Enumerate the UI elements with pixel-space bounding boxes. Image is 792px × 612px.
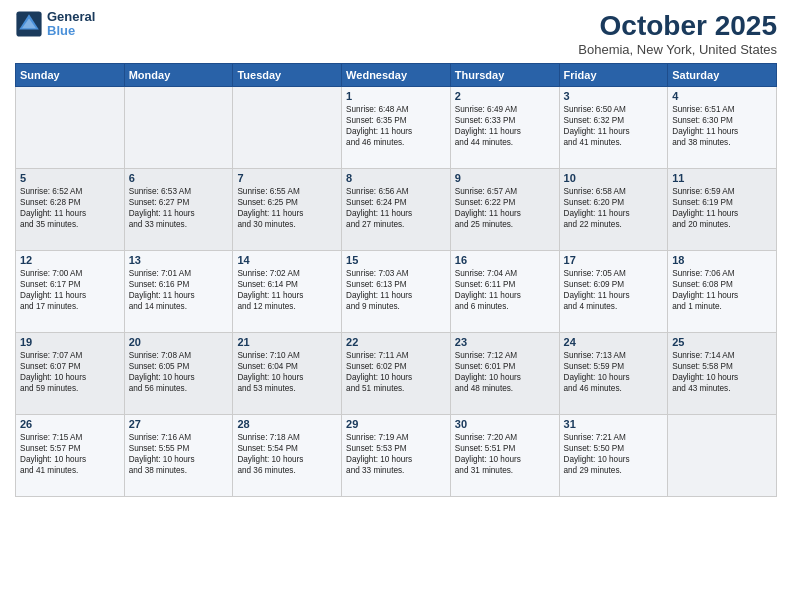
cell-info: Sunrise: 7:05 AM Sunset: 6:09 PM Dayligh…: [564, 268, 664, 312]
day-number: 31: [564, 418, 664, 430]
day-number: 19: [20, 336, 120, 348]
cell-info: Sunrise: 6:48 AM Sunset: 6:35 PM Dayligh…: [346, 104, 446, 148]
day-number: 5: [20, 172, 120, 184]
cell-info: Sunrise: 7:08 AM Sunset: 6:05 PM Dayligh…: [129, 350, 229, 394]
cell-info: Sunrise: 6:59 AM Sunset: 6:19 PM Dayligh…: [672, 186, 772, 230]
cell-w3-d5: 24Sunrise: 7:13 AM Sunset: 5:59 PM Dayli…: [559, 333, 668, 415]
cell-w2-d0: 12Sunrise: 7:00 AM Sunset: 6:17 PM Dayli…: [16, 251, 125, 333]
cell-info: Sunrise: 7:15 AM Sunset: 5:57 PM Dayligh…: [20, 432, 120, 476]
cell-info: Sunrise: 7:07 AM Sunset: 6:07 PM Dayligh…: [20, 350, 120, 394]
logo: General Blue: [15, 10, 95, 39]
cell-w1-d6: 11Sunrise: 6:59 AM Sunset: 6:19 PM Dayli…: [668, 169, 777, 251]
day-number: 22: [346, 336, 446, 348]
cell-w4-d2: 28Sunrise: 7:18 AM Sunset: 5:54 PM Dayli…: [233, 415, 342, 497]
day-number: 9: [455, 172, 555, 184]
day-number: 30: [455, 418, 555, 430]
day-number: 1: [346, 90, 446, 102]
month-title: October 2025: [578, 10, 777, 42]
cell-info: Sunrise: 6:55 AM Sunset: 6:25 PM Dayligh…: [237, 186, 337, 230]
cell-info: Sunrise: 7:02 AM Sunset: 6:14 PM Dayligh…: [237, 268, 337, 312]
col-header-monday: Monday: [124, 64, 233, 87]
cell-w3-d2: 21Sunrise: 7:10 AM Sunset: 6:04 PM Dayli…: [233, 333, 342, 415]
cell-w0-d2: [233, 87, 342, 169]
col-header-tuesday: Tuesday: [233, 64, 342, 87]
day-number: 29: [346, 418, 446, 430]
day-number: 6: [129, 172, 229, 184]
cell-w1-d1: 6Sunrise: 6:53 AM Sunset: 6:27 PM Daylig…: [124, 169, 233, 251]
cell-w4-d3: 29Sunrise: 7:19 AM Sunset: 5:53 PM Dayli…: [342, 415, 451, 497]
cell-info: Sunrise: 7:20 AM Sunset: 5:51 PM Dayligh…: [455, 432, 555, 476]
day-number: 23: [455, 336, 555, 348]
day-number: 24: [564, 336, 664, 348]
cell-w1-d0: 5Sunrise: 6:52 AM Sunset: 6:28 PM Daylig…: [16, 169, 125, 251]
cell-w3-d4: 23Sunrise: 7:12 AM Sunset: 6:01 PM Dayli…: [450, 333, 559, 415]
cell-w1-d2: 7Sunrise: 6:55 AM Sunset: 6:25 PM Daylig…: [233, 169, 342, 251]
logo-line2: Blue: [47, 24, 95, 38]
cell-w3-d1: 20Sunrise: 7:08 AM Sunset: 6:05 PM Dayli…: [124, 333, 233, 415]
cell-w4-d0: 26Sunrise: 7:15 AM Sunset: 5:57 PM Dayli…: [16, 415, 125, 497]
cell-w2-d2: 14Sunrise: 7:02 AM Sunset: 6:14 PM Dayli…: [233, 251, 342, 333]
day-number: 11: [672, 172, 772, 184]
day-number: 4: [672, 90, 772, 102]
cell-info: Sunrise: 7:03 AM Sunset: 6:13 PM Dayligh…: [346, 268, 446, 312]
cell-info: Sunrise: 6:49 AM Sunset: 6:33 PM Dayligh…: [455, 104, 555, 148]
cell-info: Sunrise: 7:13 AM Sunset: 5:59 PM Dayligh…: [564, 350, 664, 394]
day-number: 13: [129, 254, 229, 266]
cell-w4-d5: 31Sunrise: 7:21 AM Sunset: 5:50 PM Dayli…: [559, 415, 668, 497]
cell-w3-d3: 22Sunrise: 7:11 AM Sunset: 6:02 PM Dayli…: [342, 333, 451, 415]
cell-info: Sunrise: 6:56 AM Sunset: 6:24 PM Dayligh…: [346, 186, 446, 230]
day-number: 12: [20, 254, 120, 266]
cell-info: Sunrise: 7:16 AM Sunset: 5:55 PM Dayligh…: [129, 432, 229, 476]
cell-info: Sunrise: 7:01 AM Sunset: 6:16 PM Dayligh…: [129, 268, 229, 312]
col-header-wednesday: Wednesday: [342, 64, 451, 87]
cell-w0-d4: 2Sunrise: 6:49 AM Sunset: 6:33 PM Daylig…: [450, 87, 559, 169]
title-block: October 2025 Bohemia, New York, United S…: [578, 10, 777, 57]
cell-w2-d3: 15Sunrise: 7:03 AM Sunset: 6:13 PM Dayli…: [342, 251, 451, 333]
cell-info: Sunrise: 6:57 AM Sunset: 6:22 PM Dayligh…: [455, 186, 555, 230]
cell-w2-d4: 16Sunrise: 7:04 AM Sunset: 6:11 PM Dayli…: [450, 251, 559, 333]
cell-w2-d5: 17Sunrise: 7:05 AM Sunset: 6:09 PM Dayli…: [559, 251, 668, 333]
day-number: 28: [237, 418, 337, 430]
day-number: 21: [237, 336, 337, 348]
cell-w0-d0: [16, 87, 125, 169]
cell-info: Sunrise: 7:14 AM Sunset: 5:58 PM Dayligh…: [672, 350, 772, 394]
day-number: 3: [564, 90, 664, 102]
logo-icon: [15, 10, 43, 38]
cell-info: Sunrise: 7:06 AM Sunset: 6:08 PM Dayligh…: [672, 268, 772, 312]
cell-w4-d6: [668, 415, 777, 497]
cell-w2-d6: 18Sunrise: 7:06 AM Sunset: 6:08 PM Dayli…: [668, 251, 777, 333]
col-header-saturday: Saturday: [668, 64, 777, 87]
cell-w3-d0: 19Sunrise: 7:07 AM Sunset: 6:07 PM Dayli…: [16, 333, 125, 415]
cell-info: Sunrise: 7:18 AM Sunset: 5:54 PM Dayligh…: [237, 432, 337, 476]
day-number: 2: [455, 90, 555, 102]
cell-info: Sunrise: 7:10 AM Sunset: 6:04 PM Dayligh…: [237, 350, 337, 394]
day-number: 18: [672, 254, 772, 266]
cell-w1-d5: 10Sunrise: 6:58 AM Sunset: 6:20 PM Dayli…: [559, 169, 668, 251]
cell-w1-d3: 8Sunrise: 6:56 AM Sunset: 6:24 PM Daylig…: [342, 169, 451, 251]
cell-w1-d4: 9Sunrise: 6:57 AM Sunset: 6:22 PM Daylig…: [450, 169, 559, 251]
cell-info: Sunrise: 7:12 AM Sunset: 6:01 PM Dayligh…: [455, 350, 555, 394]
col-header-thursday: Thursday: [450, 64, 559, 87]
location: Bohemia, New York, United States: [578, 42, 777, 57]
day-number: 17: [564, 254, 664, 266]
cell-w2-d1: 13Sunrise: 7:01 AM Sunset: 6:16 PM Dayli…: [124, 251, 233, 333]
cell-info: Sunrise: 7:00 AM Sunset: 6:17 PM Dayligh…: [20, 268, 120, 312]
cell-w0-d6: 4Sunrise: 6:51 AM Sunset: 6:30 PM Daylig…: [668, 87, 777, 169]
day-number: 8: [346, 172, 446, 184]
cell-info: Sunrise: 7:19 AM Sunset: 5:53 PM Dayligh…: [346, 432, 446, 476]
cell-info: Sunrise: 6:51 AM Sunset: 6:30 PM Dayligh…: [672, 104, 772, 148]
logo-text: General Blue: [47, 10, 95, 39]
cell-info: Sunrise: 7:21 AM Sunset: 5:50 PM Dayligh…: [564, 432, 664, 476]
cell-w3-d6: 25Sunrise: 7:14 AM Sunset: 5:58 PM Dayli…: [668, 333, 777, 415]
page: General Blue October 2025 Bohemia, New Y…: [0, 0, 792, 612]
day-number: 25: [672, 336, 772, 348]
day-number: 27: [129, 418, 229, 430]
cell-info: Sunrise: 7:04 AM Sunset: 6:11 PM Dayligh…: [455, 268, 555, 312]
col-header-friday: Friday: [559, 64, 668, 87]
day-number: 16: [455, 254, 555, 266]
day-number: 7: [237, 172, 337, 184]
cell-info: Sunrise: 6:53 AM Sunset: 6:27 PM Dayligh…: [129, 186, 229, 230]
logo-line1: General: [47, 10, 95, 24]
cell-w0-d5: 3Sunrise: 6:50 AM Sunset: 6:32 PM Daylig…: [559, 87, 668, 169]
cell-info: Sunrise: 7:11 AM Sunset: 6:02 PM Dayligh…: [346, 350, 446, 394]
